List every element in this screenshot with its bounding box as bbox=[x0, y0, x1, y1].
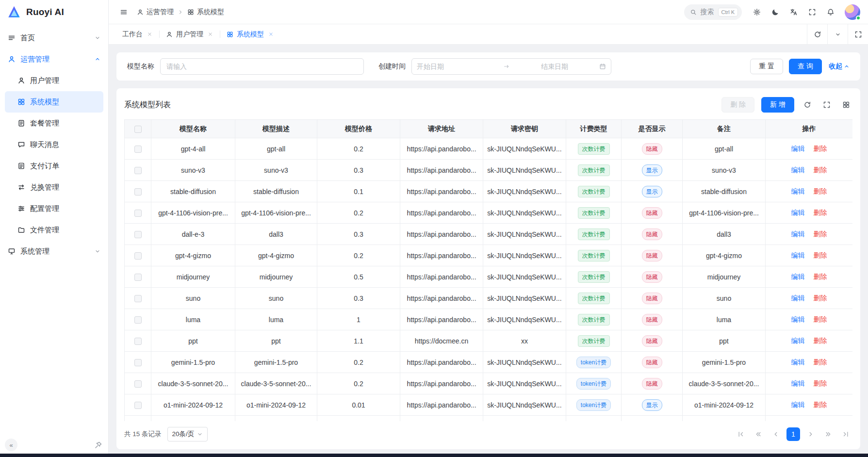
row-checkbox[interactable] bbox=[134, 231, 142, 238]
edit-link[interactable]: 编辑 bbox=[791, 230, 805, 238]
sidebar-item-home[interactable]: 首页 bbox=[0, 27, 108, 49]
delete-link[interactable]: 删除 bbox=[813, 209, 827, 216]
edit-link[interactable]: 编辑 bbox=[791, 294, 805, 302]
model-name-input[interactable] bbox=[160, 58, 364, 75]
billing-type-tag: 次数计费 bbox=[578, 186, 610, 197]
close-icon[interactable] bbox=[147, 32, 152, 37]
sidebar-item-operations[interactable]: 运营管理 bbox=[0, 49, 108, 70]
close-icon[interactable] bbox=[268, 32, 274, 37]
delete-link[interactable]: 删除 bbox=[813, 273, 827, 280]
row-checkbox[interactable] bbox=[134, 188, 142, 196]
row-checkbox[interactable] bbox=[134, 402, 142, 409]
collapse-filter-link[interactable]: 收起 bbox=[829, 62, 850, 71]
select-all-checkbox[interactable] bbox=[134, 126, 142, 133]
edit-link[interactable]: 编辑 bbox=[791, 273, 805, 280]
edit-link[interactable]: 编辑 bbox=[791, 315, 805, 323]
close-icon[interactable] bbox=[208, 32, 213, 37]
delete-link[interactable]: 删除 bbox=[813, 145, 827, 152]
row-checkbox[interactable] bbox=[134, 295, 142, 302]
logo[interactable]: Ruoyi AI bbox=[0, 0, 108, 24]
page-size-select[interactable]: 20条/页 bbox=[167, 427, 208, 441]
tab-user-management[interactable]: 用户管理 bbox=[159, 24, 220, 44]
breadcrumb-operations[interactable]: 运营管理 bbox=[137, 8, 174, 16]
cell-model-name: gpt-4-all bbox=[151, 138, 235, 160]
language-button[interactable] bbox=[786, 5, 801, 19]
fullscreen-button[interactable] bbox=[805, 5, 819, 19]
start-date-input[interactable] bbox=[417, 63, 500, 70]
first-page-button[interactable] bbox=[734, 427, 748, 441]
settings-button[interactable] bbox=[750, 5, 764, 19]
prev-page-button[interactable] bbox=[769, 427, 783, 441]
delete-link[interactable]: 删除 bbox=[813, 251, 827, 259]
edit-link[interactable]: 编辑 bbox=[791, 379, 805, 387]
delete-link[interactable]: 删除 bbox=[813, 379, 827, 387]
row-checkbox[interactable] bbox=[134, 210, 142, 217]
edit-link[interactable]: 编辑 bbox=[791, 145, 805, 152]
cell-model-desc: suno-v3 bbox=[235, 160, 317, 181]
row-checkbox[interactable] bbox=[134, 359, 142, 366]
row-checkbox[interactable] bbox=[134, 167, 142, 174]
sidebar-collapse-button[interactable]: « bbox=[5, 439, 17, 451]
sidebar-subitem[interactable]: 用户管理 bbox=[5, 70, 103, 91]
delete-link[interactable]: 删除 bbox=[813, 401, 827, 408]
delete-link[interactable]: 删除 bbox=[813, 187, 827, 195]
refresh-tab-button[interactable] bbox=[807, 24, 827, 44]
pin-sidebar-button[interactable] bbox=[94, 441, 102, 449]
page-1-button[interactable]: 1 bbox=[786, 427, 800, 441]
edit-link[interactable]: 编辑 bbox=[791, 401, 805, 408]
delete-link[interactable]: 删除 bbox=[813, 230, 827, 238]
last-page-button[interactable] bbox=[839, 427, 852, 441]
tab-options-button[interactable] bbox=[827, 24, 848, 44]
edit-link[interactable]: 编辑 bbox=[791, 251, 805, 259]
jump-back-button[interactable] bbox=[752, 427, 765, 441]
column-settings-button[interactable] bbox=[840, 98, 852, 111]
moon-icon bbox=[771, 8, 779, 16]
sidebar-subitem[interactable]: 聊天消息 bbox=[5, 134, 103, 155]
row-checkbox[interactable] bbox=[134, 252, 142, 260]
sidebar-subitem[interactable]: 系统模型 bbox=[5, 91, 103, 113]
edit-link[interactable]: 编辑 bbox=[791, 209, 805, 216]
end-date-input[interactable] bbox=[513, 63, 596, 70]
row-checkbox[interactable] bbox=[134, 316, 142, 324]
delete-link[interactable]: 删除 bbox=[813, 294, 827, 302]
delete-link[interactable]: 删除 bbox=[813, 166, 827, 174]
edit-link[interactable]: 编辑 bbox=[791, 358, 805, 366]
avatar[interactable] bbox=[845, 4, 860, 20]
sidebar-subitem[interactable]: 兑换管理 bbox=[5, 177, 103, 198]
row-checkbox[interactable] bbox=[134, 274, 142, 281]
reset-button[interactable]: 重 置 bbox=[750, 59, 783, 74]
sidebar-item-system[interactable]: 系统管理 bbox=[0, 241, 108, 262]
theme-toggle-button[interactable] bbox=[768, 5, 783, 19]
row-checkbox[interactable] bbox=[134, 146, 142, 153]
table-fullscreen-button[interactable] bbox=[820, 98, 833, 111]
query-button[interactable]: 查 询 bbox=[789, 59, 822, 74]
search-input[interactable]: 搜索 Ctrl K bbox=[684, 4, 742, 20]
edit-link[interactable]: 编辑 bbox=[791, 337, 805, 344]
notifications-button[interactable] bbox=[823, 5, 838, 19]
cell-remark: luma bbox=[683, 309, 766, 330]
row-checkbox[interactable] bbox=[134, 338, 142, 345]
delete-link[interactable]: 删除 bbox=[813, 337, 827, 344]
jump-forward-button[interactable] bbox=[821, 427, 835, 441]
tab-workbench[interactable]: 工作台 bbox=[115, 24, 159, 44]
cell-request-url: https://api.pandarobo... bbox=[400, 352, 483, 373]
sidebar-subitem[interactable]: 配置管理 bbox=[5, 198, 103, 219]
sidebar-subitem[interactable]: 支付订单 bbox=[5, 155, 103, 177]
delete-link[interactable]: 删除 bbox=[813, 358, 827, 366]
row-checkbox[interactable] bbox=[134, 380, 142, 388]
sidebar-subitem[interactable]: 文件管理 bbox=[5, 219, 103, 241]
search-icon bbox=[690, 9, 697, 16]
tab-system-model[interactable]: 系统模型 bbox=[220, 24, 280, 44]
edit-link[interactable]: 编辑 bbox=[791, 187, 805, 195]
delete-link[interactable]: 删除 bbox=[813, 315, 827, 323]
add-button[interactable]: 新 增 bbox=[761, 97, 794, 113]
breadcrumb-system-model[interactable]: 系统模型 bbox=[187, 8, 224, 16]
edit-link[interactable]: 编辑 bbox=[791, 166, 805, 174]
content-fullscreen-button[interactable] bbox=[848, 24, 868, 44]
batch-delete-button[interactable]: 删 除 bbox=[721, 97, 754, 113]
refresh-table-button[interactable] bbox=[801, 98, 814, 111]
sidebar-subitem[interactable]: 套餐管理 bbox=[5, 113, 103, 134]
next-page-button[interactable] bbox=[804, 427, 818, 441]
date-range-input[interactable] bbox=[411, 58, 611, 75]
hamburger-button[interactable] bbox=[116, 5, 131, 19]
